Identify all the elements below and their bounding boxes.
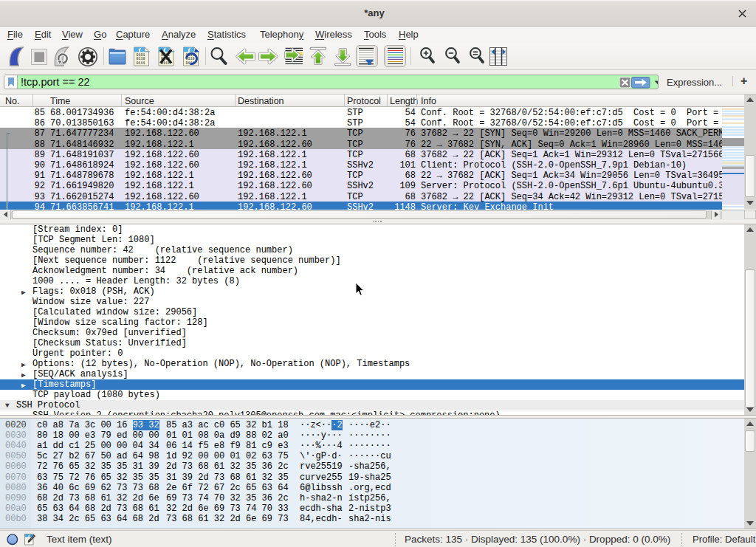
svg-text:0111: 0111 [137,61,145,66]
